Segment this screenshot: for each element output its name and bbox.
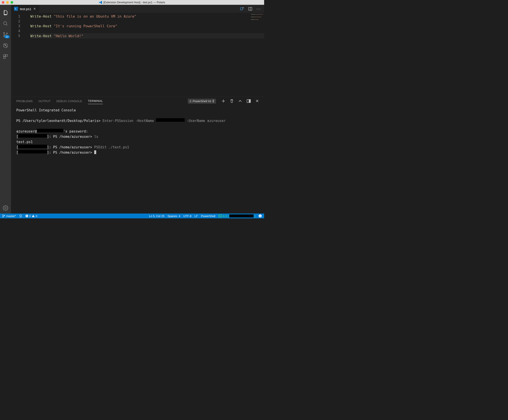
redacted-host xyxy=(18,150,47,153)
terminal-icon xyxy=(219,215,222,217)
terminal-prompt: PS /Users/tylerleonhardt/Desktop/Polaris… xyxy=(16,119,101,123)
token-string: "Hello World!" xyxy=(54,34,83,38)
powershell-file-icon: >_ xyxy=(14,7,18,11)
source-control-icon[interactable]: 22 xyxy=(0,29,11,40)
vscode-icon xyxy=(99,1,102,4)
tab-problems[interactable]: PROBLEMS xyxy=(16,99,33,103)
error-icon xyxy=(25,214,28,218)
linenum: 4 xyxy=(11,29,20,33)
maximize-panel-icon[interactable] xyxy=(238,100,242,102)
svg-rect-10 xyxy=(4,57,5,59)
feedback-icon[interactable] xyxy=(258,214,262,218)
close-window-icon[interactable] xyxy=(2,1,4,4)
eol[interactable]: LF xyxy=(194,214,198,218)
linenum: 3 xyxy=(11,24,20,29)
terminal-text: test.ps1 xyxy=(16,140,33,144)
code-area[interactable]: Write-Host "this file is on an Ubuntu VM… xyxy=(24,13,264,97)
svg-point-11 xyxy=(5,207,6,209)
titlebar[interactable]: [Extension Development Host] - test.ps1 … xyxy=(0,0,264,5)
error-count: 0 xyxy=(29,214,31,218)
svg-point-4 xyxy=(6,33,7,34)
terminal-text: PSEdit ./test.ps1 xyxy=(94,145,129,149)
line-gutter: 1 2 3 4 5 xyxy=(11,13,24,97)
svg-rect-23 xyxy=(219,215,222,217)
token-string: "It's running PowerShell Core" xyxy=(54,24,117,28)
move-panel-icon[interactable] xyxy=(247,99,251,103)
redacted-host xyxy=(18,145,47,148)
redacted-status xyxy=(229,214,254,218)
problems-button[interactable]: 0 0 xyxy=(25,214,37,218)
svg-point-25 xyxy=(260,215,260,216)
redacted-hostname xyxy=(156,118,185,122)
tab-debug-console[interactable]: DEBUG CONSOLE xyxy=(56,99,82,103)
bottom-panel: PROBLEMS OUTPUT DEBUG CONSOLE TERMINAL 2… xyxy=(11,97,264,214)
language-mode[interactable]: PowerShell xyxy=(201,214,216,218)
panel-tabs: PROBLEMS OUTPUT DEBUG CONSOLE TERMINAL 2… xyxy=(11,97,264,105)
close-icon[interactable]: ✕ xyxy=(33,7,36,11)
kill-terminal-icon[interactable] xyxy=(230,99,233,103)
editor[interactable]: 1 2 3 4 5 Write-Host "this file is on an… xyxy=(11,13,264,97)
split-editor-icon[interactable] xyxy=(248,7,253,11)
svg-point-19 xyxy=(3,215,3,215)
window-title-wrap: [Extension Development Host] - test.ps1 … xyxy=(99,1,165,4)
tab-label: test.ps1 xyxy=(20,7,31,11)
svg-rect-9 xyxy=(6,55,7,56)
tab-terminal[interactable]: TERMINAL xyxy=(88,99,103,104)
terminal-text: ]: PS /home/azureuser> xyxy=(47,135,94,139)
terminal-text: [ xyxy=(16,135,18,139)
compare-changes-icon[interactable] xyxy=(240,7,244,11)
encoding[interactable]: UTF-8 xyxy=(183,214,192,218)
token-cmd: Write-Host xyxy=(30,14,52,18)
svg-point-21 xyxy=(4,215,5,216)
terminal-text: ]: PS /home/azureuser> xyxy=(47,145,94,149)
debug-icon[interactable] xyxy=(0,40,11,51)
tab-output[interactable]: OUTPUT xyxy=(38,99,51,103)
search-icon[interactable] xyxy=(0,18,11,29)
extensions-icon[interactable] xyxy=(0,51,11,62)
warning-count: 0 xyxy=(36,214,37,218)
minimap[interactable] xyxy=(251,14,264,23)
statusbar: master* 0 0 Ln 5, Col 25 Spaces: 4 UTF-8… xyxy=(0,214,264,218)
minimize-window-icon[interactable] xyxy=(6,1,9,4)
sync-icon xyxy=(19,214,22,218)
token-cmd: Write-Host xyxy=(30,24,52,28)
svg-line-1 xyxy=(6,24,7,25)
ps-version: 6.0 xyxy=(223,214,227,218)
scm-badge: 22 xyxy=(4,35,10,38)
more-actions-icon[interactable]: ··· xyxy=(256,7,261,11)
fullscreen-window-icon[interactable] xyxy=(11,1,13,4)
cursor-position[interactable]: Ln 5, Col 25 xyxy=(149,214,164,218)
terminal[interactable]: PowerShell Integrated Console PS /Users/… xyxy=(11,105,264,214)
svg-rect-18 xyxy=(249,99,250,103)
linenum: 5 xyxy=(11,33,20,38)
redacted-host xyxy=(18,134,47,138)
editor-tabs: >_ test.ps1 ✕ ··· xyxy=(11,5,264,13)
git-branch-icon xyxy=(2,214,5,218)
powershell-status[interactable]: 6.0 [] xyxy=(219,214,255,218)
terminal-text: 's password: xyxy=(63,129,88,133)
indentation[interactable]: Spaces: 4 xyxy=(167,214,180,218)
terminal-text: azureuser@ xyxy=(16,129,37,133)
svg-point-0 xyxy=(4,22,7,25)
close-panel-icon[interactable]: ✕ xyxy=(255,99,259,104)
tab-testps1[interactable]: >_ test.ps1 ✕ xyxy=(11,5,39,13)
git-branch[interactable]: master* xyxy=(2,214,16,218)
redacted-host xyxy=(37,129,63,132)
sync-button[interactable] xyxy=(19,214,22,218)
token-string: "this file is on an Ubuntu VM in Azure" xyxy=(54,14,136,18)
svg-point-24 xyxy=(259,214,262,218)
linenum: 1 xyxy=(11,14,20,19)
svg-point-26 xyxy=(261,215,261,216)
svg-point-2 xyxy=(4,32,5,33)
terminal-text: [ xyxy=(16,150,18,155)
svg-point-20 xyxy=(3,217,3,217)
explorer-icon[interactable] xyxy=(0,7,11,18)
new-terminal-icon[interactable] xyxy=(222,99,225,103)
linenum: 2 xyxy=(11,19,20,24)
warning-icon xyxy=(32,214,35,218)
activitybar: 22 xyxy=(0,5,11,214)
traffic-lights xyxy=(2,1,13,4)
terminal-selector[interactable]: 2: PowerShell Int xyxy=(188,99,216,104)
chevron-updown-icon xyxy=(212,100,214,102)
settings-gear-icon[interactable] xyxy=(0,202,11,214)
